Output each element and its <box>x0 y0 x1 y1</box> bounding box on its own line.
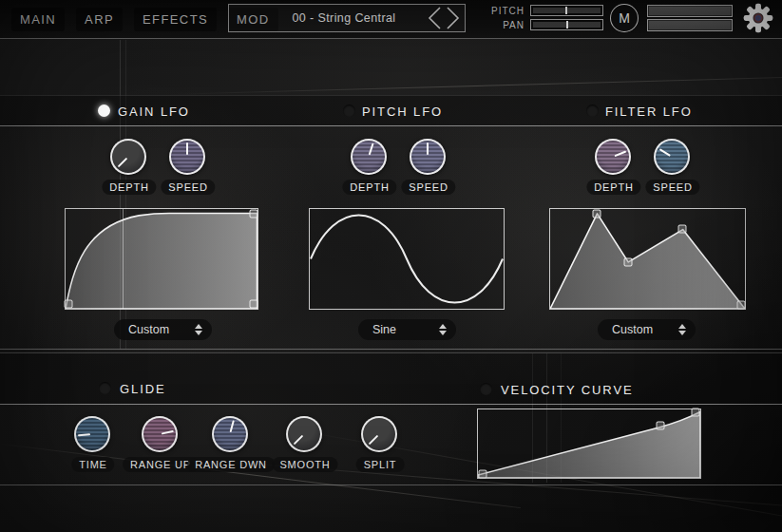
glide-time-knob[interactable] <box>74 416 110 452</box>
knob-pointer <box>427 142 429 155</box>
level-slider-upper[interactable] <box>647 5 733 17</box>
tab-main[interactable]: MAIN <box>11 8 65 31</box>
settings-gear-icon[interactable] <box>742 2 774 38</box>
glide-header-band <box>0 352 782 405</box>
gain-depth-knob[interactable] <box>110 139 146 175</box>
pitch-depth-label: DEPTH <box>342 180 396 195</box>
curve-handle[interactable] <box>249 210 257 218</box>
pitch-label: PITCH <box>485 6 525 16</box>
tab-effects[interactable]: EFFECTS <box>134 8 217 31</box>
pitch-lfo-shape-select[interactable]: Sine <box>358 319 456 340</box>
top-toolbar: MAIN ARP EFFECTS MOD 00 - String Central… <box>0 0 782 39</box>
divider <box>0 484 782 485</box>
knob-pointer <box>230 420 235 432</box>
velocity-curve-led[interactable] <box>480 383 492 395</box>
gain-lfo-curve <box>66 213 257 309</box>
knob-pointer <box>78 433 90 436</box>
pan-label: PAN <box>485 20 525 30</box>
glide-split-knob[interactable] <box>361 416 397 452</box>
curve-handle[interactable] <box>678 225 687 234</box>
gain-lfo-shape-select[interactable]: Custom <box>114 319 212 340</box>
filter-depth-label: DEPTH <box>586 180 640 195</box>
next-preset-icon[interactable] <box>444 6 461 30</box>
gain-speed-label: SPEED <box>161 180 215 195</box>
glide-title: GLIDE <box>120 382 166 396</box>
lfo-playhead <box>123 209 124 309</box>
gain-lfo-enable-led[interactable] <box>98 104 110 117</box>
filter-lfo-enable-led[interactable] <box>586 104 599 117</box>
curve-handle[interactable] <box>249 299 257 308</box>
knob-pointer <box>118 158 128 168</box>
select-arrows-icon <box>195 324 202 335</box>
glide-range-dwn-label: RANGE DWN <box>187 457 275 472</box>
filter-lfo-title: FILTER LFO <box>605 104 693 119</box>
filter-lfo-wave-display[interactable] <box>549 208 746 310</box>
select-arrows-icon <box>439 324 447 335</box>
knob-pointer <box>369 142 374 155</box>
pitch-speed-knob[interactable] <box>410 139 446 175</box>
knob-pointer <box>162 430 174 435</box>
pitch-speed-label: SPEED <box>401 180 455 195</box>
pitch-slider-handle[interactable] <box>565 7 567 14</box>
glide-smooth-label: SMOOTH <box>272 457 337 472</box>
curve-handle[interactable] <box>736 300 745 309</box>
glide-enable-led[interactable] <box>99 382 111 394</box>
gain-lfo-title: GAIN LFO <box>118 104 190 119</box>
filter-depth-knob[interactable] <box>595 139 631 175</box>
pitch-lfo-enable-led[interactable] <box>343 104 355 117</box>
pitch-slider[interactable] <box>530 5 603 16</box>
velocity-curve <box>478 411 700 478</box>
glide-split-label: SPLIT <box>356 457 405 472</box>
previous-preset-icon[interactable] <box>427 6 444 30</box>
curve-handle[interactable] <box>624 257 633 266</box>
gain-lfo-wave-display[interactable] <box>65 208 258 310</box>
pitch-lfo-curve <box>311 216 503 303</box>
gain-depth-label: DEPTH <box>102 180 156 195</box>
divider <box>0 349 782 350</box>
select-arrows-icon <box>678 324 686 335</box>
velocity-curve-title: VELOCITY CURVE <box>501 383 634 397</box>
knob-pointer <box>614 150 626 157</box>
glide-range-dwn-knob[interactable] <box>212 416 248 452</box>
pan-slider-handle[interactable] <box>566 21 568 28</box>
curve-handle[interactable] <box>593 210 601 218</box>
pitch-depth-knob[interactable] <box>351 139 387 175</box>
gain-speed-knob[interactable] <box>169 139 205 175</box>
glide-time-label: TIME <box>71 457 114 472</box>
curve-handle[interactable] <box>656 421 664 429</box>
glide-smooth-knob[interactable] <box>286 416 322 452</box>
knob-pointer <box>659 148 671 157</box>
knob-pointer <box>369 435 379 446</box>
filter-lfo-curve <box>550 214 745 309</box>
knob-pointer <box>294 435 304 446</box>
preset-selector[interactable]: 00 - String Central <box>228 4 466 32</box>
velocity-curve-display[interactable] <box>477 408 701 479</box>
curve-handle[interactable] <box>65 299 73 308</box>
pan-slider[interactable] <box>530 19 603 30</box>
tab-arp[interactable]: ARP <box>76 8 123 31</box>
select-value: Sine <box>372 323 396 336</box>
knob-pointer <box>186 142 188 155</box>
select-value: Custom <box>128 323 169 336</box>
pitch-lfo-wave-display[interactable] <box>309 208 505 310</box>
m-button[interactable]: M <box>610 4 639 32</box>
select-value: Custom <box>612 323 653 336</box>
filter-speed-knob[interactable] <box>654 139 690 175</box>
curve-handle[interactable] <box>478 469 486 478</box>
level-slider-lower[interactable] <box>647 19 733 31</box>
preset-nav <box>427 6 461 30</box>
pitch-lfo-title: PITCH LFO <box>362 104 443 119</box>
curve-handle[interactable] <box>692 408 700 416</box>
preset-name: 00 - String Central <box>229 11 427 25</box>
filter-lfo-shape-select[interactable]: Custom <box>598 319 696 340</box>
filter-speed-label: SPEED <box>645 180 699 195</box>
plugin-window: MAIN ARP EFFECTS MOD 00 - String Central… <box>0 0 782 532</box>
glide-range-up-knob[interactable] <box>142 416 178 452</box>
